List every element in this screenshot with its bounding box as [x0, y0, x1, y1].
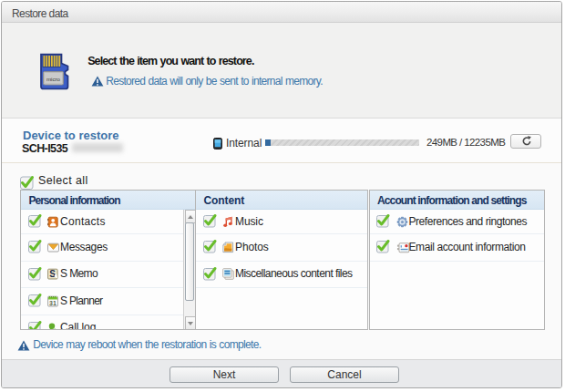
svg-text:micro: micro: [46, 76, 61, 82]
svg-text:31: 31: [49, 299, 56, 305]
svg-text:S: S: [49, 270, 56, 280]
